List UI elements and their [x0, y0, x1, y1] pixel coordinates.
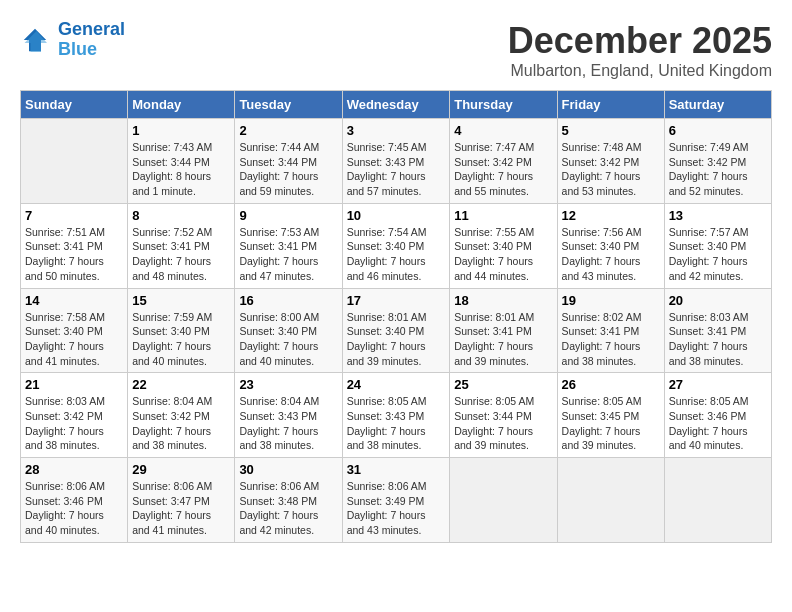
day-number: 31: [347, 462, 446, 477]
day-number: 8: [132, 208, 230, 223]
day-info: Sunrise: 8:06 AM Sunset: 3:47 PM Dayligh…: [132, 479, 230, 538]
calendar-cell: 3Sunrise: 7:45 AM Sunset: 3:43 PM Daylig…: [342, 119, 450, 204]
day-number: 18: [454, 293, 552, 308]
day-number: 12: [562, 208, 660, 223]
calendar-cell: 22Sunrise: 8:04 AM Sunset: 3:42 PM Dayli…: [128, 373, 235, 458]
calendar-cell: 16Sunrise: 8:00 AM Sunset: 3:40 PM Dayli…: [235, 288, 342, 373]
calendar-week-1: 1Sunrise: 7:43 AM Sunset: 3:44 PM Daylig…: [21, 119, 772, 204]
day-number: 11: [454, 208, 552, 223]
column-header-friday: Friday: [557, 91, 664, 119]
day-number: 17: [347, 293, 446, 308]
day-number: 10: [347, 208, 446, 223]
calendar-cell: 21Sunrise: 8:03 AM Sunset: 3:42 PM Dayli…: [21, 373, 128, 458]
day-number: 24: [347, 377, 446, 392]
day-info: Sunrise: 8:05 AM Sunset: 3:46 PM Dayligh…: [669, 394, 767, 453]
day-info: Sunrise: 7:59 AM Sunset: 3:40 PM Dayligh…: [132, 310, 230, 369]
calendar-cell: 19Sunrise: 8:02 AM Sunset: 3:41 PM Dayli…: [557, 288, 664, 373]
day-info: Sunrise: 8:05 AM Sunset: 3:43 PM Dayligh…: [347, 394, 446, 453]
calendar-cell: [21, 119, 128, 204]
day-info: Sunrise: 8:05 AM Sunset: 3:44 PM Dayligh…: [454, 394, 552, 453]
column-header-thursday: Thursday: [450, 91, 557, 119]
day-number: 4: [454, 123, 552, 138]
day-number: 25: [454, 377, 552, 392]
day-info: Sunrise: 8:06 AM Sunset: 3:49 PM Dayligh…: [347, 479, 446, 538]
calendar-week-5: 28Sunrise: 8:06 AM Sunset: 3:46 PM Dayli…: [21, 458, 772, 543]
day-number: 22: [132, 377, 230, 392]
day-info: Sunrise: 7:51 AM Sunset: 3:41 PM Dayligh…: [25, 225, 123, 284]
day-info: Sunrise: 8:00 AM Sunset: 3:40 PM Dayligh…: [239, 310, 337, 369]
calendar-cell: 6Sunrise: 7:49 AM Sunset: 3:42 PM Daylig…: [664, 119, 771, 204]
day-info: Sunrise: 7:44 AM Sunset: 3:44 PM Dayligh…: [239, 140, 337, 199]
calendar-cell: 25Sunrise: 8:05 AM Sunset: 3:44 PM Dayli…: [450, 373, 557, 458]
calendar-subtitle: Mulbarton, England, United Kingdom: [508, 62, 772, 80]
column-header-sunday: Sunday: [21, 91, 128, 119]
calendar-cell: 27Sunrise: 8:05 AM Sunset: 3:46 PM Dayli…: [664, 373, 771, 458]
day-info: Sunrise: 7:49 AM Sunset: 3:42 PM Dayligh…: [669, 140, 767, 199]
day-info: Sunrise: 7:58 AM Sunset: 3:40 PM Dayligh…: [25, 310, 123, 369]
day-info: Sunrise: 7:52 AM Sunset: 3:41 PM Dayligh…: [132, 225, 230, 284]
day-number: 26: [562, 377, 660, 392]
page-header: General Blue December 2025 Mulbarton, En…: [20, 20, 772, 80]
calendar-cell: 1Sunrise: 7:43 AM Sunset: 3:44 PM Daylig…: [128, 119, 235, 204]
day-number: 16: [239, 293, 337, 308]
day-number: 1: [132, 123, 230, 138]
calendar-cell: 26Sunrise: 8:05 AM Sunset: 3:45 PM Dayli…: [557, 373, 664, 458]
calendar-cell: 17Sunrise: 8:01 AM Sunset: 3:40 PM Dayli…: [342, 288, 450, 373]
calendar-table: SundayMondayTuesdayWednesdayThursdayFrid…: [20, 90, 772, 543]
day-info: Sunrise: 7:56 AM Sunset: 3:40 PM Dayligh…: [562, 225, 660, 284]
day-number: 19: [562, 293, 660, 308]
title-block: December 2025 Mulbarton, England, United…: [508, 20, 772, 80]
logo-icon: [20, 25, 50, 55]
day-info: Sunrise: 7:47 AM Sunset: 3:42 PM Dayligh…: [454, 140, 552, 199]
day-info: Sunrise: 8:06 AM Sunset: 3:48 PM Dayligh…: [239, 479, 337, 538]
day-number: 23: [239, 377, 337, 392]
day-info: Sunrise: 7:57 AM Sunset: 3:40 PM Dayligh…: [669, 225, 767, 284]
day-number: 30: [239, 462, 337, 477]
calendar-cell: 11Sunrise: 7:55 AM Sunset: 3:40 PM Dayli…: [450, 203, 557, 288]
day-info: Sunrise: 7:54 AM Sunset: 3:40 PM Dayligh…: [347, 225, 446, 284]
calendar-cell: 20Sunrise: 8:03 AM Sunset: 3:41 PM Dayli…: [664, 288, 771, 373]
day-info: Sunrise: 8:04 AM Sunset: 3:42 PM Dayligh…: [132, 394, 230, 453]
day-number: 14: [25, 293, 123, 308]
calendar-cell: 23Sunrise: 8:04 AM Sunset: 3:43 PM Dayli…: [235, 373, 342, 458]
day-info: Sunrise: 7:53 AM Sunset: 3:41 PM Dayligh…: [239, 225, 337, 284]
calendar-cell: 30Sunrise: 8:06 AM Sunset: 3:48 PM Dayli…: [235, 458, 342, 543]
calendar-cell: 14Sunrise: 7:58 AM Sunset: 3:40 PM Dayli…: [21, 288, 128, 373]
day-number: 7: [25, 208, 123, 223]
calendar-cell: 4Sunrise: 7:47 AM Sunset: 3:42 PM Daylig…: [450, 119, 557, 204]
calendar-cell: 24Sunrise: 8:05 AM Sunset: 3:43 PM Dayli…: [342, 373, 450, 458]
day-info: Sunrise: 7:45 AM Sunset: 3:43 PM Dayligh…: [347, 140, 446, 199]
day-info: Sunrise: 8:03 AM Sunset: 3:42 PM Dayligh…: [25, 394, 123, 453]
calendar-cell: 2Sunrise: 7:44 AM Sunset: 3:44 PM Daylig…: [235, 119, 342, 204]
day-info: Sunrise: 8:01 AM Sunset: 3:41 PM Dayligh…: [454, 310, 552, 369]
logo-text-general: General: [58, 19, 125, 39]
calendar-cell: 28Sunrise: 8:06 AM Sunset: 3:46 PM Dayli…: [21, 458, 128, 543]
day-info: Sunrise: 8:01 AM Sunset: 3:40 PM Dayligh…: [347, 310, 446, 369]
column-header-monday: Monday: [128, 91, 235, 119]
day-info: Sunrise: 8:02 AM Sunset: 3:41 PM Dayligh…: [562, 310, 660, 369]
day-number: 2: [239, 123, 337, 138]
day-number: 6: [669, 123, 767, 138]
day-number: 9: [239, 208, 337, 223]
calendar-week-4: 21Sunrise: 8:03 AM Sunset: 3:42 PM Dayli…: [21, 373, 772, 458]
calendar-cell: 5Sunrise: 7:48 AM Sunset: 3:42 PM Daylig…: [557, 119, 664, 204]
calendar-cell: 29Sunrise: 8:06 AM Sunset: 3:47 PM Dayli…: [128, 458, 235, 543]
day-info: Sunrise: 8:06 AM Sunset: 3:46 PM Dayligh…: [25, 479, 123, 538]
day-number: 28: [25, 462, 123, 477]
calendar-title: December 2025: [508, 20, 772, 62]
day-info: Sunrise: 7:55 AM Sunset: 3:40 PM Dayligh…: [454, 225, 552, 284]
day-number: 15: [132, 293, 230, 308]
day-number: 5: [562, 123, 660, 138]
logo: General Blue: [20, 20, 125, 60]
column-header-tuesday: Tuesday: [235, 91, 342, 119]
column-header-saturday: Saturday: [664, 91, 771, 119]
calendar-week-2: 7Sunrise: 7:51 AM Sunset: 3:41 PM Daylig…: [21, 203, 772, 288]
calendar-cell: [557, 458, 664, 543]
day-number: 20: [669, 293, 767, 308]
day-number: 21: [25, 377, 123, 392]
calendar-cell: 13Sunrise: 7:57 AM Sunset: 3:40 PM Dayli…: [664, 203, 771, 288]
calendar-cell: 15Sunrise: 7:59 AM Sunset: 3:40 PM Dayli…: [128, 288, 235, 373]
day-info: Sunrise: 8:03 AM Sunset: 3:41 PM Dayligh…: [669, 310, 767, 369]
logo-text-blue: Blue: [58, 40, 125, 60]
calendar-cell: 10Sunrise: 7:54 AM Sunset: 3:40 PM Dayli…: [342, 203, 450, 288]
